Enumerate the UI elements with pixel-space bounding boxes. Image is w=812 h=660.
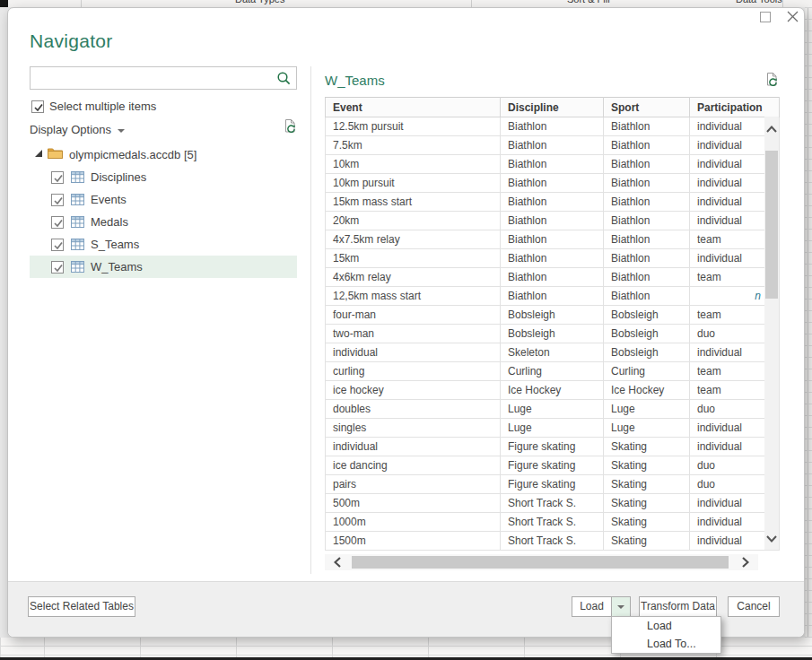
- table-cell: ice dancing: [326, 456, 501, 475]
- table-icon: [71, 171, 84, 183]
- load-menu-item-load[interactable]: Load: [612, 617, 720, 635]
- refresh-preview-icon[interactable]: [764, 73, 780, 91]
- scroll-up-icon[interactable]: [766, 122, 777, 136]
- table-cell: Bobsleigh: [501, 325, 604, 343]
- transform-data-button[interactable]: Transform Data: [639, 596, 717, 617]
- table-row: 4x7.5km relayBiathlonBiathlonteam: [326, 230, 780, 249]
- tree-item-events[interactable]: Events: [30, 188, 297, 211]
- table-cell: curling: [326, 362, 501, 381]
- table-cell: Biathlon: [501, 155, 604, 174]
- item-checkbox[interactable]: [51, 216, 64, 229]
- table-row: individualFigure skatingSkatingindividua…: [326, 438, 780, 456]
- table-row: curlingCurlingCurlingteam: [326, 362, 780, 381]
- display-options-label: Display Options: [30, 123, 111, 136]
- vertical-scrollbar[interactable]: [764, 117, 779, 550]
- tree-item-medals[interactable]: Medals: [30, 211, 297, 233]
- select-related-tables-button[interactable]: Select Related Tables: [28, 596, 135, 617]
- select-multiple-label: Select multiple items: [49, 100, 156, 113]
- table-row: pairsFigure skatingSkatingduo: [326, 475, 780, 494]
- table-row: 12.5km pursuitBiathlonBiathlonindividual: [326, 117, 780, 136]
- table-cell: 12.5km pursuit: [326, 117, 501, 136]
- table-cell: Biathlon: [501, 212, 604, 230]
- horizontal-scroll-thumb[interactable]: [352, 556, 729, 569]
- table-cell: Biathlon: [604, 268, 690, 287]
- load-split-arrow-button[interactable]: [611, 596, 631, 617]
- table-row: 20kmBiathlonBiathlonindividual: [326, 212, 780, 230]
- item-checkbox[interactable]: [51, 171, 64, 184]
- page-title: Navigator: [30, 30, 113, 52]
- table-row: four-manBobsleighBobsleighteam: [326, 306, 780, 325]
- excel-ribbon-strip: Data Types Sort & Fill Data Tools: [0, 0, 812, 7]
- item-checkbox[interactable]: [51, 194, 64, 206]
- chevron-down-icon: [617, 605, 624, 609]
- table-cell: Luge: [604, 400, 690, 419]
- scroll-down-icon[interactable]: [766, 532, 777, 546]
- table-cell: 12,5km mass start: [326, 287, 501, 306]
- tree-expanded-icon[interactable]: [35, 150, 42, 157]
- table-row: 1500mShort Track S.Skatingindividual: [326, 532, 780, 551]
- table-cell: 10km pursuit: [326, 174, 501, 193]
- display-options-dropdown[interactable]: Display Options: [30, 123, 125, 136]
- table-cell: Biathlon: [501, 174, 604, 193]
- folder-icon: [48, 146, 63, 162]
- table-row: 10kmBiathlonBiathlonindividual: [326, 155, 780, 174]
- cancel-button[interactable]: Cancel: [728, 596, 780, 617]
- search-box: [30, 66, 297, 90]
- select-multiple-checkbox[interactable]: Select multiple items: [31, 100, 156, 113]
- table-cell: Biathlon: [604, 136, 690, 155]
- table-cell: 500m: [326, 494, 501, 513]
- ribbon-group-label: Sort & Fill: [567, 0, 610, 4]
- table-cell: individual: [326, 438, 501, 456]
- restore-window-icon[interactable]: [760, 12, 771, 22]
- table-cell: Figure skating: [501, 438, 604, 456]
- table-cell: Luge: [604, 419, 690, 438]
- refresh-preview-icon[interactable]: [283, 119, 298, 138]
- table-cell: Skating: [604, 494, 690, 513]
- table-cell: 1000m: [326, 513, 501, 532]
- table-row: 10km pursuitBiathlonBiathlonindividual: [326, 174, 780, 193]
- table-icon: [71, 194, 84, 205]
- table-cell: ice hockey: [326, 381, 501, 400]
- ribbon-divider: [81, 0, 82, 7]
- table-cell: Skating: [604, 456, 690, 475]
- table-row: ice hockeyIce HockeyIce Hockeyteam: [326, 381, 780, 400]
- table-cell: Skating: [604, 438, 690, 456]
- table-row: 500mShort Track S.Skatingindividual: [326, 494, 780, 513]
- close-icon[interactable]: [785, 9, 800, 24]
- column-header-participation: Participation: [690, 98, 780, 117]
- table-cell: Biathlon: [501, 193, 604, 212]
- ribbon-divider: [782, 0, 783, 7]
- table-header-row: EventDisciplineSportParticipation: [326, 98, 780, 117]
- table-cell: Ice Hockey: [501, 381, 604, 400]
- table-row: ice dancingFigure skatingSkatingduo: [326, 456, 780, 475]
- table-cell: Biathlon: [501, 117, 604, 136]
- tree-item-s_teams[interactable]: S_Teams: [30, 233, 297, 256]
- table-cell: Bobsleigh: [604, 343, 690, 362]
- vertical-scroll-thumb[interactable]: [765, 151, 778, 299]
- excel-corner-fragment: [0, 0, 8, 7]
- pane-divider: [310, 66, 311, 574]
- table-cell: two-man: [326, 325, 501, 343]
- table-row: 15kmBiathlonBiathlonindividual: [326, 249, 780, 268]
- tree-root-database[interactable]: olympicmedals.accdb [5]: [30, 143, 196, 165]
- load-button[interactable]: Load: [572, 596, 612, 617]
- item-checkbox[interactable]: [51, 261, 64, 274]
- table-cell: pairs: [326, 475, 501, 494]
- preview-title: W_Teams: [325, 73, 385, 88]
- checkbox-checked-icon[interactable]: [31, 100, 44, 113]
- scroll-left-icon[interactable]: [330, 557, 345, 568]
- search-input[interactable]: [31, 67, 275, 89]
- table-cell: Curling: [501, 362, 604, 381]
- item-checkbox[interactable]: [51, 239, 64, 251]
- tree-item-disciplines[interactable]: Disciplines: [30, 166, 297, 188]
- table-row: 12,5km mass startBiathlonBiathlonn: [326, 287, 780, 306]
- tree-item-label: Medals: [91, 215, 128, 229]
- table-row: two-manBobsleighBobsleighduo: [326, 325, 780, 343]
- horizontal-scrollbar[interactable]: [325, 554, 758, 570]
- tree-item-w_teams[interactable]: W_Teams: [30, 256, 297, 278]
- load-menu-item-load-to[interactable]: Load To...: [612, 635, 720, 653]
- ribbon-group-label: Data Tools: [736, 0, 782, 4]
- table-cell: Skating: [604, 513, 690, 532]
- table-cell: Biathlon: [604, 174, 690, 193]
- scroll-right-icon[interactable]: [738, 557, 753, 568]
